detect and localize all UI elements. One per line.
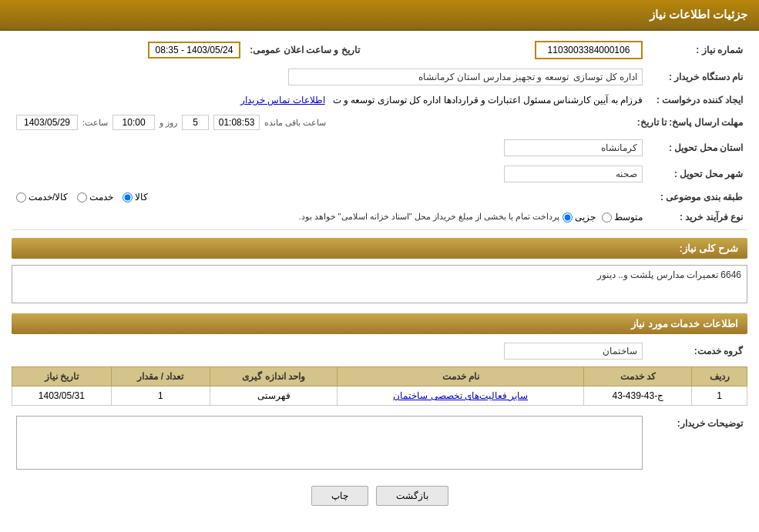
services-section-title: اطلاعات خدمات مورد نیاز (12, 313, 747, 334)
buyer-org-table: نام دستگاه خریدار : (12, 66, 747, 88)
col-unit: واحد اندازه گیری (210, 367, 338, 386)
cell-code: ج-43-439-43 (584, 386, 692, 406)
buyer-org-label: نام دستگاه خریدار : (647, 66, 747, 88)
services-section: اطلاعات خدمات مورد نیاز گروه خدمت: ردیف … (12, 313, 747, 406)
need-number-value: 1103003384000106 (380, 38, 647, 62)
province-input[interactable] (504, 139, 643, 156)
category-option-khedmat[interactable]: خدمت (77, 192, 113, 202)
province-label: استان محل تحویل : (647, 137, 747, 159)
deadline-days-val: 5 (182, 115, 209, 130)
category-option-kala[interactable]: کالا (123, 192, 148, 202)
service-group-label: گروه خدمت: (647, 340, 747, 362)
announce-date-box: 1403/05/24 - 08:35 (148, 42, 241, 59)
process-option-jozii[interactable]: جزیی (563, 212, 596, 223)
page-header: جزئیات اطلاعات نیاز (0, 0, 759, 31)
cell-row: 1 (692, 386, 747, 406)
process-table: نوع فرآیند خرید : پرداخت تمام یا بخشی از… (12, 209, 747, 225)
col-qty: تعداد / مقدار (111, 367, 210, 386)
creator-link[interactable]: اطلاعات تماس خریدار (240, 95, 325, 105)
service-group-input[interactable] (504, 343, 643, 360)
buyer-notes-value (12, 413, 647, 474)
col-name: نام خدمت (337, 367, 584, 386)
process-text: پرداخت تمام یا بخشی از مبلغ خریداز محل "… (16, 212, 559, 222)
process-radio-mutavassit[interactable] (602, 212, 612, 223)
city-label: شهر محل تحویل : (647, 163, 747, 185)
category-kala-khedmat-label: کالا/خدمت (29, 192, 68, 202)
deadline-table: مهلت ارسال پاسخ: تا تاریخ: 1403/05/29 سا… (12, 112, 747, 132)
process-jozii-label: جزیی (575, 212, 596, 223)
process-radio-jozii[interactable] (563, 212, 573, 223)
city-table: شهر محل تحویل : (12, 163, 747, 185)
description-textarea[interactable] (12, 265, 747, 303)
cell-qty: 1 (111, 386, 210, 406)
process-option-mutavassit[interactable]: متوسط (602, 212, 643, 223)
creator-table: ایجاد کننده درخواست : فرزام به آیین کارش… (12, 92, 747, 108)
category-khedmat-label: خدمت (89, 192, 113, 202)
buyer-notes-table: توضیحات خریدار: (12, 413, 747, 474)
col-code: کد خدمت (584, 367, 692, 386)
process-row: پرداخت تمام یا بخشی از مبلغ خریداز محل "… (12, 209, 647, 225)
description-section: شرح کلی نیاز: 6646 تعمیرات مدارس پلشت و.… (12, 238, 747, 306)
category-option-kala-khedmat[interactable]: کالا/خدمت (16, 192, 68, 202)
category-options: کالا/خدمت خدمت کالا (12, 189, 647, 205)
deadline-label: مهلت ارسال پاسخ: تا تاریخ: (633, 112, 747, 132)
description-section-title: شرح کلی نیاز: (12, 238, 747, 259)
deadline-date-val: 1403/05/29 (16, 115, 78, 130)
col-date: تاریخ نیاز (12, 367, 112, 386)
buyer-notes-textarea[interactable] (16, 416, 643, 470)
deadline-remaining-val: 01:08:53 (213, 115, 260, 130)
description-wrapper: 6646 تعمیرات مدارس پلشت و.. دینور (12, 265, 747, 306)
creator-text: فرزام به آیین کارشناس مسئول اعتبارات و ق… (333, 95, 643, 105)
back-button[interactable]: بازگشت (376, 486, 448, 506)
announce-value: 1403/05/24 - 08:35 (12, 38, 245, 62)
process-label: نوع فرآیند خرید : (647, 209, 747, 225)
service-group-value (12, 340, 647, 362)
services-table: ردیف کد خدمت نام خدمت واحد اندازه گیری ت… (12, 366, 747, 406)
deadline-time-val: 10:00 (113, 115, 155, 130)
category-radio-khedmat[interactable] (77, 192, 87, 202)
need-number-box: 1103003384000106 (535, 41, 643, 59)
print-button[interactable]: چاپ (311, 486, 368, 506)
process-mutavassit-label: متوسط (614, 212, 643, 223)
cell-unit: فهرستی (210, 386, 338, 406)
category-radio-kala-khedmat[interactable] (16, 192, 26, 202)
province-table: استان محل تحویل : (12, 137, 747, 159)
buttons-row: بازگشت چاپ (12, 486, 747, 506)
buyer-notes-section: توضیحات خریدار: (12, 413, 747, 474)
category-table: طبقه بندی موضوعی : کالا/خدمت خدمت کالا (12, 189, 747, 205)
creator-label: ایجاد کننده درخواست : (647, 92, 747, 108)
top-info-table: شماره نیاز : 1103003384000106 تاریخ و سا… (12, 38, 747, 62)
buyer-notes-label: توضیحات خریدار: (647, 413, 747, 474)
page-wrapper: جزئیات اطلاعات نیاز شماره نیاز : 1103003… (0, 0, 759, 532)
buyer-org-value (12, 66, 647, 88)
deadline-time-label: ساعت: (82, 118, 108, 128)
content-area: شماره نیاز : 1103003384000106 تاریخ و سا… (0, 31, 759, 525)
deadline-row: 1403/05/29 ساعت: 10:00 روز و 5 01:08:53 … (12, 112, 633, 132)
province-value (12, 137, 647, 159)
deadline-remaining-label: ساعت باقی مانده (264, 118, 326, 128)
cell-date: 1403/05/31 (12, 386, 112, 406)
category-kala-label: کالا (135, 192, 148, 202)
service-group-table: گروه خدمت: (12, 340, 747, 362)
category-label: طبقه بندی موضوعی : (647, 189, 747, 205)
city-value (12, 163, 647, 185)
creator-value: فرزام به آیین کارشناس مسئول اعتبارات و ق… (12, 92, 647, 108)
page-title: جزئیات اطلاعات نیاز (650, 8, 747, 21)
need-number-label: شماره نیاز : (647, 38, 747, 62)
col-row: ردیف (692, 367, 747, 386)
buyer-org-input[interactable] (288, 69, 643, 85)
deadline-day-label: روز و (160, 118, 177, 128)
cell-name: سایر فعالیت‌های تخصصی ساختمان (337, 386, 584, 406)
category-radio-kala[interactable] (123, 192, 133, 202)
announce-label: تاریخ و ساعت اعلان عمومی: (245, 38, 364, 62)
city-input[interactable] (504, 166, 643, 182)
table-row: 1 ج-43-439-43 سایر فعالیت‌های تخصصی ساخت… (12, 386, 747, 406)
separator-1 (12, 229, 747, 230)
